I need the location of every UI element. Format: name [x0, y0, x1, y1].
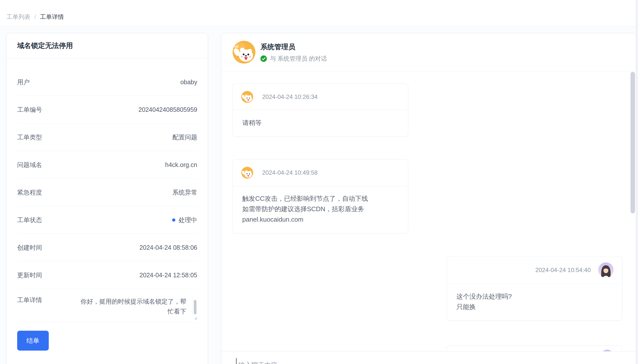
- chat-admin-name: 系统管理员: [260, 42, 295, 52]
- message-card-admin-1: 2024-04-24 10:26:34 请稍等: [233, 84, 408, 137]
- ticket-detail-page: { "breadcrumb": { "separator": "/", "ite…: [0, 0, 638, 364]
- chat-subtitle-text: 与 系统管理员 的对话: [270, 55, 327, 62]
- message-timestamp: 2024-04-24 10:26:34: [262, 94, 318, 100]
- chat-input-area: [222, 351, 635, 364]
- text-caret: [236, 358, 236, 364]
- ticket-row-urgency: 紧急程度 系统异常: [17, 179, 197, 206]
- field-label: 紧急程度: [17, 188, 42, 196]
- field-label: 工单类型: [17, 133, 42, 142]
- ticket-info-card: 域名锁定无法停用 用户 obaby 工单编号 20240424085805959…: [7, 33, 208, 364]
- field-label: 创建时间: [17, 244, 42, 252]
- chat-message-input[interactable]: [238, 356, 587, 364]
- check-circle-icon: [260, 56, 267, 62]
- textarea-scrollbar-track[interactable]: [192, 296, 197, 315]
- breadcrumb-ticket-list[interactable]: 工单列表: [7, 13, 30, 21]
- field-value: 20240424085805959: [139, 106, 197, 113]
- status-value: 处理中: [172, 216, 197, 224]
- status-dot-icon: [172, 218, 175, 222]
- field-label: 更新时间: [17, 271, 42, 279]
- field-label: 工单编号: [17, 106, 42, 114]
- chat-scrollbar-thumb[interactable]: [630, 72, 635, 214]
- ticket-fields: 用户 obaby 工单编号 20240424085805959 工单类型 配置问…: [7, 58, 208, 322]
- chat-header: Hi 系统管理员 与 系统管理员 的对话: [222, 33, 635, 71]
- field-label: 用户: [17, 78, 30, 86]
- field-label: 问题域名: [17, 161, 42, 169]
- field-label: 工单状态: [17, 216, 42, 224]
- breadcrumb-bar: 工单列表 / 工单详情: [0, 0, 638, 26]
- message-header: 2024-04-24 10:49:58: [233, 160, 408, 186]
- breadcrumb-separator: /: [34, 14, 36, 20]
- field-value: h4ck.org.cn: [165, 161, 197, 168]
- ticket-row-created: 创建时间 2024-04-24 08:58:06: [17, 234, 197, 262]
- ticket-row-number: 工单编号 20240424085805959: [17, 96, 197, 124]
- breadcrumb: 工单列表 / 工单详情: [7, 13, 64, 21]
- admin-avatar-small: [241, 167, 253, 179]
- message-timestamp: 2024-04-24 10:54:40: [535, 266, 591, 274]
- resize-handle-icon[interactable]: [193, 316, 197, 320]
- ticket-row-type: 工单类型 配置问题: [17, 124, 197, 151]
- admin-avatar: Hi: [233, 41, 255, 64]
- breadcrumb-ticket-detail: 工单详情: [40, 13, 64, 21]
- message-header: 2024-04-24 10:26:34: [233, 84, 408, 110]
- message-timestamp: 2024-04-24 10:49:58: [262, 169, 318, 176]
- textarea-scrollbar-thumb[interactable]: [194, 300, 196, 314]
- field-value: obaby: [180, 78, 197, 86]
- field-value: 配置问题: [172, 133, 197, 142]
- page-scrollbar-track[interactable]: [635, 0, 638, 364]
- ticket-row-updated: 更新时间 2024-04-24 12:58:05: [17, 262, 197, 289]
- ticket-detail-value: 你好，挺用的时候提示域名锁定了，帮忙看下: [80, 296, 197, 319]
- field-label: 工单详情: [17, 296, 42, 304]
- message-text: 这个没办法处理吗? 只能换: [447, 284, 622, 320]
- user-avatar: [598, 262, 614, 278]
- message-text: 触发CC攻击，已经影响到节点了，自动下线 如需带防护的建议选择SCDN，括彩盾业…: [233, 186, 408, 233]
- ticket-row-status: 工单状态 处理中: [17, 206, 197, 234]
- chat-subtitle: 与 系统管理员 的对话: [260, 55, 327, 62]
- status-text: 处理中: [179, 216, 197, 224]
- field-value: 2024-04-24 12:58:05: [140, 272, 197, 279]
- ticket-row-domain: 问题域名 h4ck.org.cn: [17, 151, 197, 179]
- message-card-admin-2: 2024-04-24 10:49:58 触发CC攻击，已经影响到节点了，自动下线…: [233, 159, 408, 233]
- message-card-user: 2024-04-24 10:54:40 这个没办法处理吗? 只能换: [447, 256, 622, 321]
- ticket-detail-textarea[interactable]: 你好，挺用的时候提示域名锁定了，帮忙看下: [80, 296, 192, 319]
- chat-card: Hi 系统管理员 与 系统管理员 的对话: [221, 33, 636, 364]
- ticket-title: 域名锁定无法停用: [7, 33, 208, 58]
- message-text: 请稍等: [233, 110, 408, 136]
- message-header: 2024-04-24 10:54:40: [447, 256, 622, 284]
- admin-avatar-small: [241, 91, 253, 103]
- field-value: 2024-04-24 08:58:06: [140, 244, 197, 251]
- ticket-row-detail: 工单详情 你好，挺用的时候提示域名锁定了，帮忙看下: [17, 289, 197, 322]
- close-ticket-button[interactable]: 结单: [17, 331, 49, 350]
- field-value: 系统异常: [172, 188, 197, 196]
- ticket-row-user: 用户 obaby: [17, 68, 197, 96]
